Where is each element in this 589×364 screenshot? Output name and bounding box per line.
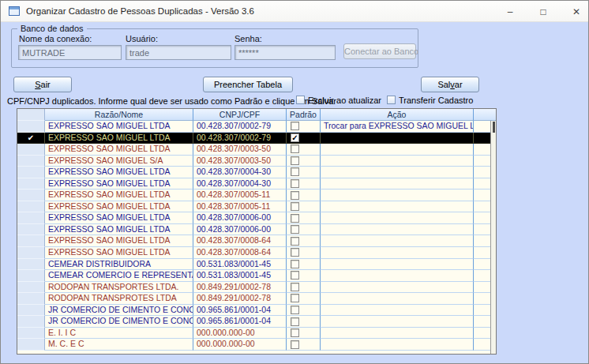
row-acao-cell[interactable] [321, 212, 474, 224]
padrao-checkbox[interactable] [291, 202, 299, 211]
row-cnpj-cell[interactable]: 00.965.861/0001-04 [193, 305, 287, 317]
row-acao-cell[interactable] [321, 235, 474, 247]
vertical-scrollbar[interactable] [490, 121, 496, 354]
row-acao-cell[interactable] [321, 293, 474, 305]
row-cnpj-cell[interactable]: 000.000.000-00 [193, 339, 287, 351]
row-cnpj-cell[interactable]: 00.428.307/0002-79 [193, 133, 287, 144]
row-acao-cell[interactable] [321, 156, 474, 167]
maximize-icon[interactable]: □ [538, 6, 549, 17]
padrao-checkbox[interactable]: ✓ [291, 133, 299, 142]
table-row[interactable]: ✔ EXPRESSO SAO MIGUEL LTDA 00.428.307/00… [17, 133, 496, 144]
row-name-cell[interactable]: EXPRESSO SAO MIGUEL LTDA [45, 167, 193, 178]
row-padrao-cell[interactable] [287, 201, 321, 213]
connection-name-field[interactable] [18, 45, 122, 60]
row-padrao-cell[interactable] [287, 339, 321, 351]
row-padrao-cell[interactable] [287, 224, 321, 236]
padrao-checkbox[interactable] [291, 340, 299, 349]
row-cnpj-cell[interactable]: 00.428.307/0006-00 [193, 212, 287, 224]
row-name-cell[interactable]: EXPRESSO SAO MIGUEL LTDA [45, 178, 193, 190]
row-acao-cell[interactable] [321, 247, 474, 259]
row-acao-cell[interactable] [321, 282, 474, 294]
table-row[interactable]: RODOPAN TRANSPROTES LTDA 00.849.291/0002… [17, 293, 496, 305]
row-acao-cell[interactable]: Trocar para EXPRESSO SAO MIGUEL LTDA [321, 121, 474, 133]
row-acao-cell[interactable] [321, 328, 474, 340]
row-cnpj-cell[interactable]: 00.428.307/0008-64 [193, 235, 287, 247]
row-cnpj-cell[interactable]: 00.428.307/0004-30 [193, 167, 287, 178]
row-padrao-cell[interactable] [287, 328, 321, 340]
row-cnpj-cell[interactable]: 00.531.083/0001-45 [193, 259, 287, 271]
row-cnpj-cell[interactable]: 00.428.307/0003-50 [193, 144, 287, 156]
row-acao-cell[interactable] [321, 144, 474, 156]
row-padrao-cell[interactable] [287, 121, 321, 133]
row-name-cell[interactable]: JR COMERCIO DE CIMENTO E CONCRETO LTDA [45, 305, 193, 317]
padrao-checkbox[interactable] [291, 225, 299, 234]
table-row[interactable]: EXPRESSO SAO MIGUEL LTDA 00.428.307/0006… [17, 212, 496, 224]
table-row[interactable]: EXPRESSO SAO MIGUEL LTDA 00.428.307/0002… [17, 121, 496, 133]
row-name-cell[interactable]: CEMEAR COMERCIO E REPRESENTACAO LTDA [45, 270, 193, 282]
row-name-cell[interactable]: EXPRESSO SAO MIGUEL LTDA [45, 235, 193, 247]
table-row[interactable]: EXPRESSO SAO MIGUEL LTDA 00.428.307/0008… [17, 247, 496, 259]
row-padrao-cell[interactable]: ✓ [287, 133, 321, 144]
row-acao-cell[interactable] [321, 201, 474, 213]
transfer-registry-checkbox[interactable] [387, 96, 396, 104]
padrao-checkbox[interactable] [291, 294, 299, 302]
row-name-cell[interactable]: EXPRESSO SAO MIGUEL S/A [45, 156, 193, 167]
padrao-checkbox[interactable] [291, 167, 299, 176]
minimize-icon[interactable]: – [505, 6, 516, 17]
row-cnpj-cell[interactable]: 000.000.000-00 [193, 328, 287, 340]
row-padrao-cell[interactable] [287, 259, 321, 271]
row-name-cell[interactable]: EXPRESSO SAO MIGUEL LTDA [45, 121, 193, 133]
row-padrao-cell[interactable] [287, 247, 321, 259]
table-row[interactable]: CEMEAR COMERCIO E REPRESENTACAO LTDA 00.… [17, 270, 496, 282]
table-row[interactable]: EXPRESSO SAO MIGUEL LTDA 00.428.307/0006… [17, 224, 496, 236]
row-name-cell[interactable]: EXPRESSO SAO MIGUEL LTDA [45, 201, 193, 213]
row-cnpj-cell[interactable]: 00.849.291/0002-78 [193, 282, 287, 294]
table-row[interactable]: EXPRESSO SAO MIGUEL LTDA 00.428.307/0004… [17, 178, 496, 190]
row-cnpj-cell[interactable]: 00.428.307/0005-11 [193, 190, 287, 201]
table-row[interactable]: M. C. E C 000.000.000-00 [17, 339, 496, 351]
table-row[interactable]: EXPRESSO SAO MIGUEL LTDA 00.428.307/0008… [17, 235, 496, 247]
padrao-checkbox[interactable] [291, 271, 299, 280]
padrao-checkbox[interactable] [291, 156, 299, 165]
row-name-cell[interactable]: RODOPAN TRANSPROTES LTDA [45, 293, 193, 305]
table-row[interactable]: CEMEAR DISTRIBUIDORA 00.531.083/0001-45 [17, 259, 496, 271]
row-name-cell[interactable]: JR COMERCIO DE CIMENTO E CONCRETO LTDA [45, 316, 193, 328]
row-cnpj-cell[interactable]: 00.428.307/0005-11 [193, 201, 287, 213]
row-cnpj-cell[interactable]: 00.849.291/0002-78 [193, 293, 287, 305]
row-acao-cell[interactable] [321, 259, 474, 271]
row-name-cell[interactable]: CEMEAR DISTRIBUIDORA [45, 259, 193, 271]
row-acao-cell[interactable] [321, 133, 474, 144]
padrao-checkbox[interactable] [291, 283, 299, 291]
user-field[interactable] [126, 45, 231, 60]
row-cnpj-cell[interactable]: 00.531.083/0001-45 [193, 270, 287, 282]
row-acao-cell[interactable] [321, 224, 474, 236]
padrao-checkbox[interactable] [291, 328, 299, 337]
table-row[interactable]: EXPRESSO SAO MIGUEL LTDA 00.428.307/0005… [17, 190, 496, 201]
padrao-checkbox[interactable] [291, 237, 299, 246]
row-cnpj-cell[interactable]: 00.428.307/0004-30 [193, 178, 287, 190]
row-name-cell[interactable]: EXPRESSO SAO MIGUEL LTDA [45, 224, 193, 236]
row-cnpj-cell[interactable]: 00.428.307/0008-64 [193, 247, 287, 259]
row-name-cell[interactable]: EXPRESSO SAO MIGUEL LTDA [45, 133, 193, 144]
row-acao-cell[interactable] [321, 190, 474, 201]
row-padrao-cell[interactable] [287, 293, 321, 305]
row-name-cell[interactable]: E. I. I C [45, 328, 193, 340]
padrao-checkbox[interactable] [291, 260, 299, 268]
table-row[interactable]: E. I. I C 000.000.000-00 [17, 328, 496, 340]
row-name-cell[interactable]: EXPRESSO SAO MIGUEL LTDA [45, 212, 193, 224]
row-cnpj-cell[interactable]: 00.428.307/0006-00 [193, 224, 287, 236]
row-acao-cell[interactable] [321, 167, 474, 178]
row-cnpj-cell[interactable]: 00.965.861/0001-04 [193, 316, 287, 328]
row-padrao-cell[interactable] [287, 270, 321, 282]
row-cnpj-cell[interactable]: 00.428.307/0003-50 [193, 156, 287, 167]
exclude-on-update-checkbox[interactable] [296, 96, 305, 104]
table-row[interactable]: EXPRESSO SAO MIGUEL LTDA 00.428.307/0004… [17, 167, 496, 178]
table-row[interactable]: EXPRESSO SAO MIGUEL LTDA 00.428.307/0003… [17, 144, 496, 156]
row-acao-cell[interactable] [321, 178, 474, 190]
padrao-checkbox[interactable] [291, 214, 299, 223]
padrao-checkbox[interactable] [291, 248, 299, 257]
padrao-checkbox[interactable] [291, 191, 299, 200]
padrao-checkbox[interactable] [291, 144, 299, 153]
row-padrao-cell[interactable] [287, 156, 321, 167]
row-name-cell[interactable]: M. C. E C [45, 339, 193, 351]
